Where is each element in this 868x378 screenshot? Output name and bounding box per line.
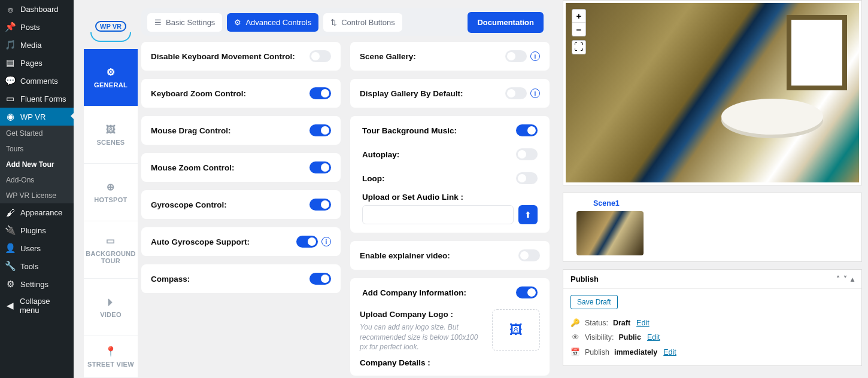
pin-icon: 📌 bbox=[5, 22, 16, 32]
label-mouse-drag: Mouse Drag Control: bbox=[151, 126, 231, 135]
toggle-display-gallery[interactable] bbox=[505, 87, 527, 99]
tab-control-buttons[interactable]: ⇅Control Buttons bbox=[323, 13, 402, 32]
scene-list: Scene1 bbox=[563, 193, 862, 262]
card-mouse-zoom: Mouse Zoom Control: bbox=[141, 153, 341, 182]
submenu-add-new[interactable]: Add New Tour bbox=[0, 157, 74, 172]
menu-plugins[interactable]: 🔌Plugins bbox=[0, 221, 74, 239]
toggle-compass[interactable] bbox=[309, 273, 331, 285]
save-draft-button[interactable]: Save Draft bbox=[570, 295, 618, 309]
info-icon[interactable]: i bbox=[530, 89, 540, 98]
sidetab-bg-label: BACKGROUND TOUR bbox=[86, 250, 136, 264]
toggle-mouse-zoom[interactable] bbox=[309, 161, 331, 173]
visibility-value: Public bbox=[618, 333, 641, 342]
toggle-bgm[interactable] bbox=[516, 124, 538, 136]
sidetab-hotspot[interactable]: ⊕HOTSPOT bbox=[84, 164, 138, 221]
edit-visibility-link[interactable]: Edit bbox=[647, 333, 660, 342]
menu-settings[interactable]: ⚙Settings bbox=[0, 275, 74, 293]
label-loop: Loop: bbox=[362, 174, 384, 183]
sidetab-scenes[interactable]: 🖼SCENES bbox=[84, 106, 138, 164]
submenu-get-started[interactable]: Get Started bbox=[0, 126, 74, 141]
fullscreen-button[interactable]: ⛶ bbox=[572, 40, 586, 54]
toggle-company[interactable] bbox=[516, 286, 538, 298]
caret-up-icon[interactable]: ▴ bbox=[851, 275, 854, 284]
menu-pages[interactable]: ▤Pages bbox=[0, 54, 74, 72]
menu-users[interactable]: 👤Users bbox=[0, 239, 74, 257]
sidetab-video-label: VIDEO bbox=[100, 311, 122, 318]
menu-wpvr[interactable]: ◉WP VR bbox=[0, 108, 74, 126]
card-explainer: Enable explainer video: bbox=[350, 241, 550, 270]
tab-control-label: Control Buttons bbox=[341, 18, 395, 27]
publish-metabox: Publish ˄˅▴ Save Draft 🔑Status: Draft Ed… bbox=[563, 269, 862, 366]
sidetab-general[interactable]: ⚙GENERAL bbox=[84, 49, 138, 106]
menu-posts[interactable]: 📌Posts bbox=[0, 18, 74, 36]
sidetab-scenes-label: SCENES bbox=[96, 139, 125, 146]
menu-media-label: Media bbox=[20, 41, 41, 50]
label-logo-desc: You can add any logo size. But recommend… bbox=[360, 323, 478, 352]
map-pin-icon: 📍 bbox=[105, 346, 117, 357]
zoom-controls: + − bbox=[572, 9, 586, 36]
publish-label: Publish bbox=[585, 348, 609, 356]
label-scene-gallery: Scene Gallery: bbox=[360, 52, 416, 61]
edit-publish-link[interactable]: Edit bbox=[663, 348, 676, 356]
sidetab-street[interactable]: 📍STREET VIEW bbox=[84, 336, 138, 378]
tab-basic-settings[interactable]: ☰Basic Settings bbox=[147, 13, 222, 32]
image-upload-icon: 🖼 bbox=[509, 322, 523, 338]
toggle-disable-kb[interactable] bbox=[309, 50, 331, 62]
menu-dashboard[interactable]: ⌾Dashboard bbox=[0, 0, 74, 18]
company-logo-upload[interactable]: 🖼 bbox=[492, 309, 540, 351]
collapse-icon: ◀ bbox=[5, 300, 15, 311]
chevron-up-icon[interactable]: ˄ bbox=[836, 275, 840, 284]
label-gyro: Gyroscope Control: bbox=[151, 200, 227, 209]
menu-fluent-forms[interactable]: ▭Fluent Forms bbox=[0, 90, 74, 108]
menu-comments[interactable]: 💬Comments bbox=[0, 72, 74, 90]
info-icon[interactable]: i bbox=[321, 237, 331, 246]
user-icon: 👤 bbox=[5, 243, 16, 254]
menu-appearance[interactable]: 🖌Appearance bbox=[0, 203, 74, 221]
upload-audio-button[interactable]: ⬆ bbox=[518, 205, 538, 224]
zoom-out-button[interactable]: − bbox=[572, 23, 585, 36]
menu-tools[interactable]: 🔧Tools bbox=[0, 257, 74, 275]
submenu-license[interactable]: WP VR License bbox=[0, 188, 74, 203]
wpvr-logo: WP VR bbox=[84, 12, 138, 41]
page-icon: ▤ bbox=[5, 57, 16, 68]
label-compass: Compass: bbox=[151, 275, 190, 284]
tour-preview-viewport[interactable]: + − ⛶ bbox=[566, 3, 859, 182]
submenu-tours[interactable]: Tours bbox=[0, 141, 74, 157]
scene-thumbnail[interactable] bbox=[576, 211, 644, 255]
info-icon[interactable]: i bbox=[530, 51, 540, 61]
submenu-addons[interactable]: Add-Ons bbox=[0, 172, 74, 188]
toggle-kb-zoom[interactable] bbox=[309, 87, 331, 99]
toggle-autoplay[interactable] bbox=[516, 148, 538, 160]
sidetab-video[interactable]: ⏵VIDEO bbox=[84, 279, 138, 336]
card-mouse-drag: Mouse Drag Control: bbox=[141, 116, 341, 145]
toggle-scene-gallery[interactable] bbox=[505, 50, 527, 62]
menu-tools-label: Tools bbox=[20, 262, 38, 271]
documentation-button[interactable]: Documentation bbox=[468, 12, 544, 33]
toggle-mouse-drag[interactable] bbox=[309, 124, 331, 136]
zoom-in-button[interactable]: + bbox=[572, 10, 585, 23]
chevron-down-icon[interactable]: ˅ bbox=[843, 275, 847, 284]
audio-link-input[interactable] bbox=[362, 205, 514, 224]
sidetab-background[interactable]: ▭BACKGROUND TOUR bbox=[84, 221, 138, 279]
toggle-auto-gyro[interactable] bbox=[296, 236, 318, 248]
menu-appearance-label: Appearance bbox=[20, 208, 62, 217]
edit-status-link[interactable]: Edit bbox=[636, 319, 650, 327]
card-disable-keyboard: Disable Keyboard Movement Control: bbox=[141, 42, 341, 71]
label-mouse-zoom: Mouse Zoom Control: bbox=[151, 163, 234, 172]
label-company-details: Company Details : bbox=[360, 358, 540, 367]
card-bgm: Tour Background Music: Autoplay: Loop: U… bbox=[350, 116, 550, 233]
tab-advanced-controls[interactable]: ⚙Advanced Controls bbox=[227, 13, 318, 32]
target-icon: ⊕ bbox=[107, 181, 114, 193]
toggle-gyro[interactable] bbox=[309, 199, 331, 211]
upload-icon: ⬆ bbox=[524, 210, 532, 220]
menu-collapse[interactable]: ◀Collapse menu bbox=[0, 293, 74, 318]
card-gyro: Gyroscope Control: bbox=[141, 190, 341, 219]
toggle-loop[interactable] bbox=[516, 172, 538, 184]
menu-wpvr-label: WP VR bbox=[20, 112, 45, 121]
card-scene-gallery: Scene Gallery:i bbox=[350, 42, 550, 71]
toggle-explainer[interactable] bbox=[518, 249, 540, 261]
menu-media[interactable]: 🎵Media bbox=[0, 36, 74, 54]
sidetab-general-label: GENERAL bbox=[94, 81, 128, 89]
wpvr-logo-text: WP VR bbox=[95, 21, 126, 32]
publish-value: immediately bbox=[614, 348, 657, 356]
